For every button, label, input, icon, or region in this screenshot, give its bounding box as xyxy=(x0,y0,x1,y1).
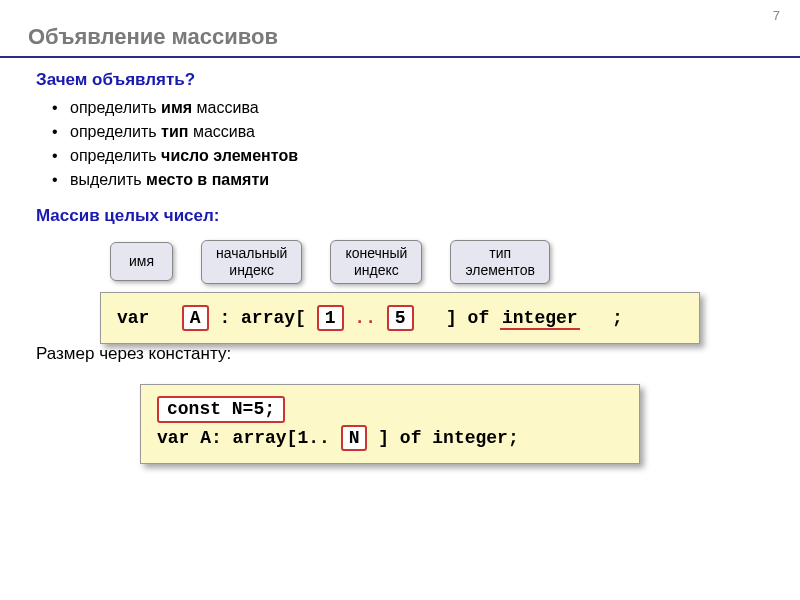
highlight-name: A xyxy=(182,305,209,332)
list-item: определить тип массива xyxy=(70,120,800,144)
slide-title: Объявление массивов xyxy=(0,0,800,58)
label-start-index: начальный индекс xyxy=(201,240,302,284)
label-element-type: тип элементов xyxy=(450,240,549,284)
label-name: имя xyxy=(110,242,173,281)
list-item: выделить место в памяти xyxy=(70,168,800,192)
highlight-start: 1 xyxy=(317,305,344,332)
label-end-index: конечный индекс xyxy=(330,240,422,284)
code-declaration: var A : array[ 1 .. 5 ] of integer ; xyxy=(100,292,700,345)
code-semi: ; xyxy=(612,308,623,328)
why-list: определить имя массива определить тип ма… xyxy=(0,96,800,192)
code-text: ] of integer; xyxy=(378,428,518,448)
code-text: var A: array[1.. xyxy=(157,428,330,448)
label-row: имя начальный индекс конечный индекс тип… xyxy=(0,240,800,284)
code-dots: .. xyxy=(354,308,386,328)
highlight-n: N xyxy=(341,425,368,452)
highlight-const-line: const N=5; xyxy=(157,396,285,423)
size-via-const-label: Размер через константу: xyxy=(0,344,800,364)
list-item: определить имя массива xyxy=(70,96,800,120)
code-const-declaration: const N=5; var A: array[1.. N ] of integ… xyxy=(140,384,640,464)
int-array-heading: Массив целых чисел: xyxy=(0,206,800,226)
highlight-end: 5 xyxy=(387,305,414,332)
keyword-var: var xyxy=(117,308,149,328)
why-heading: Зачем объявлять? xyxy=(0,70,800,90)
code-text: ] of xyxy=(446,308,500,328)
code-text: : array[ xyxy=(219,308,305,328)
page-number: 7 xyxy=(773,8,780,23)
list-item: определить число элементов xyxy=(70,144,800,168)
highlight-type: integer xyxy=(500,308,580,330)
